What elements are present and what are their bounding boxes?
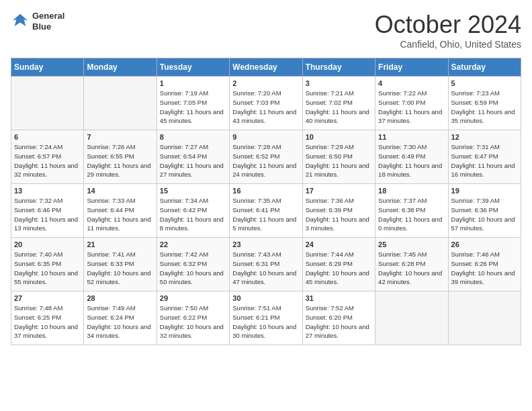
day-info: Sunrise: 7:42 AMSunset: 6:32 PMDaylight:… [160, 250, 226, 287]
calendar-cell: 21Sunrise: 7:41 AMSunset: 6:33 PMDayligh… [84, 238, 157, 291]
day-info: Sunrise: 7:49 AMSunset: 6:24 PMDaylight:… [87, 304, 153, 340]
calendar-week-row: 27Sunrise: 7:48 AMSunset: 6:25 PMDayligh… [11, 291, 521, 345]
logo: General Blue [11, 11, 64, 32]
col-header-monday: Monday [84, 58, 157, 77]
day-info: Sunrise: 7:45 AMSunset: 6:28 PMDaylight:… [378, 250, 445, 287]
calendar-cell: 9Sunrise: 7:28 AMSunset: 6:52 PMDaylight… [230, 130, 302, 184]
day-number: 16 [232, 187, 299, 195]
col-header-tuesday: Tuesday [157, 58, 229, 77]
calendar-cell: 11Sunrise: 7:30 AMSunset: 6:49 PMDayligh… [375, 130, 448, 184]
calendar-cell: 4Sunrise: 7:22 AMSunset: 7:00 PMDaylight… [375, 77, 448, 130]
day-info: Sunrise: 7:48 AMSunset: 6:25 PMDaylight:… [14, 304, 81, 340]
day-info: Sunrise: 7:32 AMSunset: 6:46 PMDaylight:… [14, 196, 81, 233]
day-number: 7 [87, 133, 153, 141]
day-info: Sunrise: 7:36 AMSunset: 6:39 PMDaylight:… [306, 196, 372, 233]
day-number: 11 [378, 133, 445, 141]
calendar-cell: 3Sunrise: 7:21 AMSunset: 7:02 PMDaylight… [302, 77, 375, 130]
day-number: 17 [306, 187, 372, 195]
day-number: 14 [87, 187, 153, 195]
day-number: 15 [160, 187, 226, 195]
day-number: 6 [14, 133, 81, 141]
calendar-cell: 30Sunrise: 7:51 AMSunset: 6:21 PMDayligh… [230, 291, 302, 345]
day-number: 2 [232, 79, 299, 87]
calendar-cell [448, 291, 521, 345]
day-info: Sunrise: 7:50 AMSunset: 6:22 PMDaylight:… [160, 304, 226, 340]
calendar-cell [375, 291, 448, 345]
day-info: Sunrise: 7:31 AMSunset: 6:47 PMDaylight:… [451, 142, 518, 179]
title-block: October 2024 Canfield, Ohio, United Stat… [375, 11, 521, 50]
day-info: Sunrise: 7:20 AMSunset: 7:03 PMDaylight:… [232, 89, 299, 126]
day-number: 22 [160, 240, 226, 248]
location: Canfield, Ohio, United States [375, 39, 521, 50]
day-number: 30 [232, 294, 299, 302]
day-info: Sunrise: 7:24 AMSunset: 6:57 PMDaylight:… [14, 142, 81, 179]
day-info: Sunrise: 7:19 AMSunset: 7:05 PMDaylight:… [160, 89, 226, 126]
logo-line2: Blue [32, 21, 64, 32]
calendar-cell: 12Sunrise: 7:31 AMSunset: 6:47 PMDayligh… [448, 130, 521, 184]
calendar-cell [11, 77, 84, 130]
day-number: 9 [232, 133, 299, 141]
day-info: Sunrise: 7:41 AMSunset: 6:33 PMDaylight:… [87, 250, 153, 287]
day-number: 13 [14, 187, 81, 195]
calendar-cell: 2Sunrise: 7:20 AMSunset: 7:03 PMDaylight… [230, 77, 302, 130]
day-info: Sunrise: 7:29 AMSunset: 6:50 PMDaylight:… [306, 142, 372, 179]
calendar-cell: 19Sunrise: 7:39 AMSunset: 6:36 PMDayligh… [448, 184, 521, 238]
calendar-cell: 28Sunrise: 7:49 AMSunset: 6:24 PMDayligh… [84, 291, 157, 345]
calendar-week-row: 13Sunrise: 7:32 AMSunset: 6:46 PMDayligh… [11, 184, 521, 238]
calendar-header-row: SundayMondayTuesdayWednesdayThursdayFrid… [11, 58, 521, 77]
day-number: 23 [232, 240, 299, 248]
col-header-wednesday: Wednesday [230, 58, 302, 77]
day-info: Sunrise: 7:23 AMSunset: 6:59 PMDaylight:… [451, 89, 518, 126]
calendar-body: 1Sunrise: 7:19 AMSunset: 7:05 PMDaylight… [11, 77, 521, 345]
calendar-week-row: 6Sunrise: 7:24 AMSunset: 6:57 PMDaylight… [11, 130, 521, 184]
logo-line1: General [32, 11, 64, 21]
calendar-cell: 17Sunrise: 7:36 AMSunset: 6:39 PMDayligh… [302, 184, 375, 238]
day-number: 18 [378, 187, 445, 195]
calendar-cell: 22Sunrise: 7:42 AMSunset: 6:32 PMDayligh… [157, 238, 229, 291]
day-number: 31 [306, 294, 372, 302]
calendar-cell: 25Sunrise: 7:45 AMSunset: 6:28 PMDayligh… [375, 238, 448, 291]
day-info: Sunrise: 7:33 AMSunset: 6:44 PMDaylight:… [87, 196, 153, 233]
calendar-cell: 5Sunrise: 7:23 AMSunset: 6:59 PMDaylight… [448, 77, 521, 130]
calendar-cell: 7Sunrise: 7:26 AMSunset: 6:55 PMDaylight… [84, 130, 157, 184]
col-header-sunday: Sunday [11, 58, 84, 77]
calendar-cell: 6Sunrise: 7:24 AMSunset: 6:57 PMDaylight… [11, 130, 84, 184]
month-title: October 2024 [375, 11, 521, 39]
calendar-cell: 20Sunrise: 7:40 AMSunset: 6:35 PMDayligh… [11, 238, 84, 291]
svg-marker-0 [13, 13, 28, 26]
day-info: Sunrise: 7:34 AMSunset: 6:42 PMDaylight:… [160, 196, 226, 233]
calendar-cell: 8Sunrise: 7:27 AMSunset: 6:54 PMDaylight… [157, 130, 229, 184]
calendar-cell: 15Sunrise: 7:34 AMSunset: 6:42 PMDayligh… [157, 184, 229, 238]
day-info: Sunrise: 7:28 AMSunset: 6:52 PMDaylight:… [232, 142, 299, 179]
calendar-cell [84, 77, 157, 130]
col-header-friday: Friday [375, 58, 448, 77]
day-info: Sunrise: 7:27 AMSunset: 6:54 PMDaylight:… [160, 142, 226, 179]
day-number: 20 [14, 240, 81, 248]
day-info: Sunrise: 7:35 AMSunset: 6:41 PMDaylight:… [232, 196, 299, 233]
day-info: Sunrise: 7:37 AMSunset: 6:38 PMDaylight:… [378, 196, 445, 233]
day-number: 25 [378, 240, 445, 248]
calendar-table: SundayMondayTuesdayWednesdayThursdayFrid… [11, 58, 521, 345]
day-number: 3 [306, 79, 372, 87]
calendar-cell: 13Sunrise: 7:32 AMSunset: 6:46 PMDayligh… [11, 184, 84, 238]
day-number: 4 [378, 79, 445, 87]
logo-icon [11, 12, 30, 31]
calendar-cell: 24Sunrise: 7:44 AMSunset: 6:29 PMDayligh… [302, 238, 375, 291]
day-number: 10 [306, 133, 372, 141]
col-header-saturday: Saturday [448, 58, 521, 77]
day-number: 28 [87, 294, 153, 302]
col-header-thursday: Thursday [302, 58, 375, 77]
day-number: 12 [451, 133, 518, 141]
calendar-cell: 1Sunrise: 7:19 AMSunset: 7:05 PMDaylight… [157, 77, 229, 130]
page-header: General Blue October 2024 Canfield, Ohio… [11, 11, 521, 50]
calendar-week-row: 1Sunrise: 7:19 AMSunset: 7:05 PMDaylight… [11, 77, 521, 130]
calendar-cell: 26Sunrise: 7:46 AMSunset: 6:26 PMDayligh… [448, 238, 521, 291]
day-info: Sunrise: 7:46 AMSunset: 6:26 PMDaylight:… [451, 250, 518, 287]
day-info: Sunrise: 7:26 AMSunset: 6:55 PMDaylight:… [87, 142, 153, 179]
calendar-cell: 18Sunrise: 7:37 AMSunset: 6:38 PMDayligh… [375, 184, 448, 238]
day-number: 19 [451, 187, 518, 195]
day-info: Sunrise: 7:21 AMSunset: 7:02 PMDaylight:… [306, 89, 372, 126]
day-number: 29 [160, 294, 226, 302]
calendar-cell: 10Sunrise: 7:29 AMSunset: 6:50 PMDayligh… [302, 130, 375, 184]
day-info: Sunrise: 7:52 AMSunset: 6:20 PMDaylight:… [306, 304, 372, 340]
